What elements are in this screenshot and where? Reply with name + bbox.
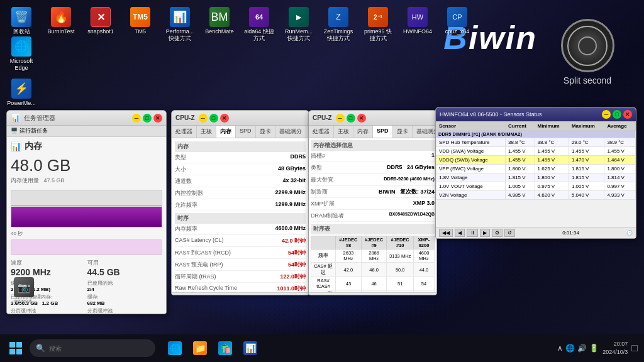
taskbar-search-box[interactable]: 🔍: [30, 339, 155, 357]
hwinfo-back-button[interactable]: ◀◀: [439, 229, 453, 237]
cpuz2-tab-spd[interactable]: SPD: [373, 126, 393, 138]
cpuz2-tab-processor[interactable]: 处理器: [309, 126, 334, 138]
cpuz1-tools-button[interactable]: 工具: [240, 295, 260, 295]
hwinfo-maximize-button[interactable]: □: [613, 110, 621, 119]
timing-col-freq: [311, 236, 336, 250]
cpuz2-close-button[interactable]: ✕: [357, 114, 366, 123]
desktop-icon-recycle[interactable]: 🗑️ 回收站: [3, 5, 40, 37]
cpuz2-tab-gpu[interactable]: 显卡: [393, 126, 413, 138]
taskman-close-button[interactable]: ✕: [153, 114, 162, 123]
cpuz1-controller-row: 内控控制器 2299.9 MHz: [175, 189, 306, 199]
desktop-icon-prime[interactable]: 2⁻¹ prime95 快捷方式: [360, 5, 396, 44]
tray-network-icon[interactable]: 🌐: [565, 344, 575, 353]
cpuz1-tab-processor[interactable]: 处理器: [172, 126, 197, 138]
taskbar-app-icons: 🌐 📁 🛍️ 📊: [157, 336, 359, 360]
hwinfo-minimize-button[interactable]: ─: [602, 110, 611, 119]
split-second-widget: Split second: [547, 19, 628, 85]
cpuz1-cr-row: Raw Refresh Cycle Time (8BPC) 1011.0时钟: [175, 285, 306, 292]
hwinfo-row-v2n: V2N Voltage 4.985 V 4.620 V 5.040 V 4.93…: [436, 191, 636, 200]
hwinfo-col-max: Maximum: [569, 122, 604, 131]
desktop-icon-tms[interactable]: TM5 TM5: [122, 5, 158, 37]
taskman-stats-grid: 速度 9200 MHz 可用 44.5 GB: [11, 259, 162, 277]
hwinfo-col-sensor: Sensor: [436, 122, 506, 131]
cpuz2-tools-button[interactable]: 工具: [368, 295, 388, 295]
desktop-icon-zen[interactable]: Z ZenTimings 快捷方式: [320, 5, 357, 44]
cpuz2-validate-button[interactable]: 验证: [391, 295, 411, 295]
cpuz1-tab-bench[interactable]: 基础测分: [275, 126, 306, 138]
tray-chevron-icon[interactable]: ∧: [557, 344, 563, 353]
taskbar-notification-icon[interactable]: □: [631, 343, 638, 354]
cpuz2-tab-memory[interactable]: 内存: [353, 126, 373, 138]
hwinfo-next-button[interactable]: ▶: [480, 229, 490, 237]
cpuz2-titlebar: CPU-Z ─ □ ✕: [309, 111, 436, 126]
hwinfo-label: HWiNFO64: [403, 28, 432, 35]
desktop-icon-cpuz[interactable]: CP cpuz_x64: [439, 5, 475, 37]
hwinfo-reset-button[interactable]: ↺: [504, 229, 515, 237]
cpuz1-channels-row: 通道数 4x 32-bit: [175, 177, 306, 187]
prime-icon: 2⁻¹: [368, 7, 388, 27]
hwinfo-dimm-header: DDR5 DIMM#1 [#1] (BANK 0/DIMMA2): [436, 131, 636, 138]
powerm-label: PowerMe...: [7, 100, 36, 107]
cpuz1-type-row: 类型 DDR5: [175, 153, 306, 163]
desktop-icon-burnin[interactable]: 🔥 BurnInTest: [43, 5, 79, 37]
hwinfo-close-button[interactable]: ✕: [623, 110, 632, 119]
cpuz1-timings-header: 时序: [175, 213, 306, 224]
cpuz1-tab-mainboard[interactable]: 主板: [197, 126, 216, 138]
snapshot-bottom-icon[interactable]: 📷 snapsot...: [5, 277, 43, 303]
desktop-icon-bench[interactable]: BM BenchMate: [201, 5, 238, 37]
taskman-minimize-button[interactable]: ─: [132, 114, 141, 123]
taskbar-clock[interactable]: 20:07 2024/10/3: [602, 340, 628, 356]
start-button[interactable]: [3, 336, 28, 361]
cpuz1-title-text: CPU-Z: [175, 114, 195, 121]
taskman-controls: ─ □ ✕: [132, 114, 162, 123]
hwinfo-pause-button[interactable]: ⏸: [467, 229, 478, 237]
taskbar-date: 2024/10/3: [602, 348, 628, 356]
taskman-speed-stat: 速度 9200 MHz: [11, 259, 86, 277]
desktop-icon-snapshot[interactable]: ✕ snapshot1: [82, 5, 119, 37]
taskbar-app-store[interactable]: 🛍️: [213, 336, 237, 360]
cpuz1-minimize-button[interactable]: ─: [199, 114, 208, 123]
cpuz2-tab-mainboard[interactable]: 主板: [334, 126, 353, 138]
burnin-label: BurnInTest: [47, 28, 74, 35]
taskman-menu-item[interactable]: 🖥️ 运行新任务: [11, 127, 48, 135]
taskbar-app-explorer[interactable]: 📁: [188, 336, 212, 360]
cpuz1-maximize-button[interactable]: □: [209, 114, 218, 123]
cpuz2-maximize-button[interactable]: □: [347, 114, 355, 123]
desktop-icon-runmem[interactable]: ▶ RunMem... 快捷方式: [280, 5, 317, 44]
tms-icon: TM5: [130, 7, 150, 27]
cpuz1-close-button[interactable]: ✕: [220, 114, 229, 123]
desktop-icon-powerm[interactable]: ⚡ PowerMe...: [3, 77, 40, 109]
cpuz2-slot-header: 内存槽选择信息: [311, 140, 435, 151]
desktop-icon-perf[interactable]: 📊 Performa... 快捷方式: [162, 5, 198, 44]
desktop-icon-hwinfo[interactable]: HW HWiNFO64: [399, 5, 436, 37]
cpuz2-tab-bench[interactable]: 基础测分: [413, 126, 436, 138]
taskbar-explorer-icon: 📁: [193, 341, 207, 355]
runmem-label: RunMem... 快捷方式: [282, 28, 315, 42]
cpuz1-tab-gpu[interactable]: 显卡: [256, 126, 275, 138]
cpuz1-tab-memory[interactable]: 内存: [216, 126, 236, 138]
hwinfo-row-vdd: VDD (SWA) Voltage 1.455 V 1.455 V 1.455 …: [436, 147, 636, 156]
prime-label: prime95 快捷方式: [362, 28, 394, 42]
tray-battery-icon[interactable]: 🔋: [589, 344, 599, 353]
cpuz2-ok-button[interactable]: 确定: [413, 295, 433, 295]
desktop-icon-edge[interactable]: 🌐 Microsoft Edge: [3, 35, 40, 74]
tray-speaker-icon[interactable]: 🔊: [577, 344, 587, 353]
cpuz1-ok-button[interactable]: 确定: [286, 295, 306, 295]
hwinfo-row-1v8: 1.8V Voltage 1.815 V 1.800 V 1.815 V 1.8…: [436, 173, 636, 182]
cpuz1-footer: Ver. 2.10.0.x64 工具 验证 确定: [172, 292, 309, 295]
hwinfo-row-header: DDR5 DIMM#1 [#1] (BANK 0/DIMMA2): [436, 131, 636, 138]
taskbar-edge-icon: 🌐: [168, 341, 182, 355]
hwinfo-settings-button[interactable]: ⚙: [492, 229, 502, 237]
burnin-icon: 🔥: [51, 7, 71, 27]
systray-icons: ∧ 🌐 🔊 🔋: [557, 344, 599, 353]
search-icon: 🔍: [36, 344, 45, 353]
cpuz1-tab-spd[interactable]: SPD: [236, 126, 256, 138]
search-input[interactable]: [49, 345, 149, 352]
desktop-icon-aida[interactable]: 64 aida64 快捷方式: [241, 5, 277, 44]
hwinfo-prev-button[interactable]: ◀: [455, 229, 465, 237]
taskbar-app-edge[interactable]: 🌐: [163, 336, 187, 360]
taskman-maximize-button[interactable]: □: [143, 114, 152, 123]
cpuz2-minimize-button[interactable]: ─: [336, 114, 345, 123]
taskbar-app-taskman[interactable]: 📊: [238, 336, 262, 360]
cpuz1-validate-button[interactable]: 验证: [263, 295, 283, 295]
